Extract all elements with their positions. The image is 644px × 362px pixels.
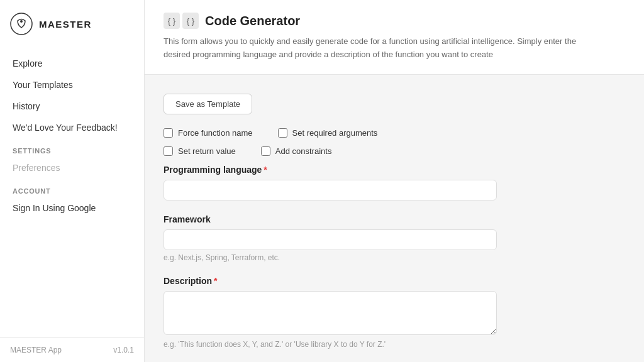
description-textarea[interactable] — [164, 291, 497, 335]
description-hint: e.g. 'This function does X, Y, and Z.' o… — [164, 340, 625, 349]
description-group: Description* e.g. 'This function does X,… — [164, 276, 625, 349]
sidebar-item-history[interactable]: History — [0, 96, 144, 117]
logo-icon — [10, 13, 33, 35]
save-template-button[interactable]: Save as Template — [164, 94, 252, 114]
checkbox-row-1: Force function name Set required argumen… — [164, 128, 625, 138]
framework-group: Framework e.g. Next.js, Spring, Terrafor… — [164, 214, 625, 262]
checkbox-set-required-arguments-label: Set required arguments — [292, 128, 378, 138]
description-label: Description* — [164, 276, 625, 286]
svg-point-1 — [20, 20, 23, 23]
programming-language-required: * — [264, 165, 267, 175]
page-title-row: { } { } Code Generator — [164, 13, 625, 29]
main-content: { } { } Code Generator This form allows … — [145, 0, 644, 362]
checkbox-add-constraints[interactable]: Add constraints — [261, 146, 332, 156]
sidebar-logo: MAESTER — [0, 0, 144, 48]
programming-language-group: Programming language* — [164, 165, 625, 200]
checkbox-add-constraints-input[interactable] — [261, 146, 270, 156]
checkbox-force-function-name-input[interactable] — [164, 128, 173, 138]
checkbox-force-function-name-label: Force function name — [178, 128, 253, 138]
account-section-label: ACCOUNT — [0, 178, 144, 197]
checkbox-set-required-arguments[interactable]: Set required arguments — [278, 128, 378, 138]
checkbox-set-return-value[interactable]: Set return value — [164, 146, 236, 156]
checkbox-row-2: Set return value Add constraints — [164, 146, 625, 156]
page-header: { } { } Code Generator This form allows … — [145, 0, 644, 75]
sidebar-footer: MAESTER App v1.0.1 — [0, 337, 144, 362]
checkbox-set-return-value-input[interactable] — [164, 146, 173, 156]
description-required: * — [214, 276, 217, 286]
checkbox-set-required-arguments-input[interactable] — [278, 128, 287, 138]
programming-language-label: Programming language* — [164, 165, 625, 175]
footer-app-name: MAESTER App — [10, 346, 62, 354]
svg-point-0 — [11, 13, 32, 35]
checkbox-set-return-value-label: Set return value — [178, 146, 236, 156]
framework-input[interactable] — [164, 229, 497, 250]
sidebar-item-your-templates[interactable]: Your Templates — [0, 74, 144, 96]
title-icon-2: { } — [182, 13, 199, 29]
framework-hint: e.g. Next.js, Spring, Terraform, etc. — [164, 253, 625, 262]
checkbox-force-function-name[interactable]: Force function name — [164, 128, 253, 138]
form-area: Save as Template Force function name Set… — [145, 75, 644, 362]
sidebar-nav: Explore Your Templates History We'd Love… — [0, 48, 144, 337]
title-icon-1: { } — [164, 13, 180, 29]
sidebar: MAESTER Explore Your Templates History W… — [0, 0, 145, 362]
settings-section-label: SETTINGS — [0, 138, 144, 157]
sidebar-item-sign-in-google[interactable]: Sign In Using Google — [0, 197, 144, 219]
framework-label: Framework — [164, 214, 625, 224]
page-description: This form allows you to quickly and easi… — [164, 35, 604, 62]
programming-language-input[interactable] — [164, 180, 497, 200]
sidebar-item-preferences[interactable]: Preferences — [0, 157, 144, 178]
checkbox-add-constraints-label: Add constraints — [275, 146, 332, 156]
logo-text: MAESTER — [39, 19, 92, 30]
sidebar-item-feedback[interactable]: We'd Love Your Feedback! — [0, 117, 144, 138]
sidebar-item-explore[interactable]: Explore — [0, 53, 144, 74]
page-title: Code Generator — [205, 14, 300, 28]
page-title-icons: { } { } — [164, 13, 199, 29]
footer-version: v1.0.1 — [113, 346, 134, 354]
